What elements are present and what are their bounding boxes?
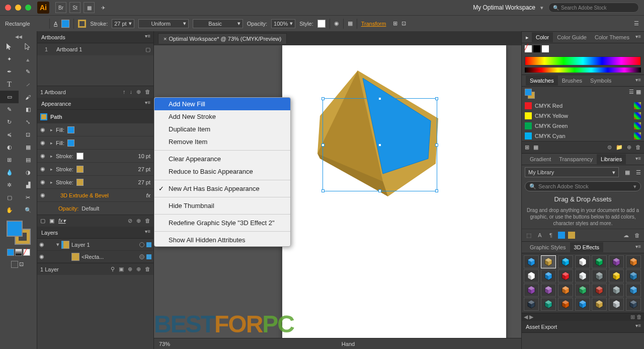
style-thumbnail[interactable] [592,298,607,311]
lib-delete-icon[interactable]: 🗑 [633,231,641,239]
rotate-tool[interactable]: ↻ [0,116,19,128]
style-thumbnail[interactable] [541,298,556,311]
list-view-icon[interactable]: ☰ [629,89,634,99]
black-swatch[interactable] [533,45,540,52]
locate-icon[interactable]: ⚲ [111,266,115,272]
normal-screen-button[interactable] [11,261,18,268]
context-menu-item[interactable]: Hide Thumbnail [154,199,290,212]
lib-add-stroke-icon[interactable] [568,232,575,239]
target-icon[interactable] [139,242,144,247]
eraser-tool[interactable]: ◧ [19,103,37,116]
tab-graphic-styles[interactable]: Graphic Styles [526,242,570,252]
panel-menu-icon[interactable]: ▾≡ [635,34,641,39]
layer-row[interactable]: ◉ <Recta... [37,251,153,263]
swatch-item[interactable]: CMYK Cyan [522,131,644,141]
style-thumbnail[interactable] [541,284,556,297]
layer-row[interactable]: ◉ ▾ Layer 1 [37,239,153,251]
style-thumbnail[interactable] [575,269,590,283]
panel-menu-icon[interactable]: ▾≡ [635,323,641,328]
duplicate-icon[interactable]: ⊕ [136,218,141,224]
visibility-icon[interactable]: ◉ [40,153,47,160]
zoom-tool[interactable]: 🔍 [19,204,37,217]
style-thumbnail[interactable] [626,298,641,311]
style-thumbnail[interactable] [609,255,624,268]
fill-swatch[interactable] [61,20,69,28]
align-icon[interactable]: ▦ [348,20,353,27]
attr-swatch[interactable] [67,139,74,147]
gpu-icon[interactable]: ✈ [98,2,109,13]
tab-transparency[interactable]: Transparency [555,154,597,164]
blend-tool[interactable]: ◑ [19,166,37,179]
tab-gradient[interactable]: Gradient [526,154,555,164]
minimize-window-button[interactable] [15,5,21,11]
style-thumbnail[interactable] [575,298,590,311]
panel-menu-icon[interactable]: ▾≡ [145,100,150,105]
color-spectrum-dark[interactable] [525,67,641,73]
slice-tool[interactable]: ✂ [19,191,37,204]
style-thumbnail[interactable] [541,269,556,283]
stock-search-input[interactable]: 🔍 Search Adobe Stock [548,3,639,13]
visibility-icon[interactable]: ◉ [40,126,47,133]
delete-icon[interactable]: 🗑 [145,218,150,224]
style-thumbnail[interactable] [575,255,590,268]
style-thumbnail[interactable] [558,284,573,297]
tab-color-themes[interactable]: Color Themes [591,32,633,42]
clip-icon[interactable]: ⊡ [401,20,406,27]
visibility-icon[interactable]: ◉ [40,192,47,199]
workspace-switcher[interactable]: My Optimal Workspace [473,4,535,11]
context-menu-item[interactable]: Add New Stroke [154,110,290,123]
context-menu-item[interactable]: Remove Item [154,135,290,148]
color-panel-collapse[interactable]: ▸ [526,34,532,41]
expand-icon[interactable]: ▾ [56,241,59,248]
panel-menu-icon[interactable]: ▾≡ [635,156,641,161]
styles-scrollbar[interactable]: ◀ ▶ ⊞ 🗑 [522,313,644,321]
text-icon[interactable]: A [54,21,57,27]
appearance-effect-row[interactable]: ◉ 3D Extrude & Bevel fx [37,188,153,201]
panel-menu-icon[interactable]: ▾≡ [635,77,641,83]
style-thumbnail[interactable] [626,284,641,297]
add-effect-icon[interactable]: fx▾ [58,218,66,224]
line-tool[interactable]: ⟋ [19,78,37,91]
new-sublayer-icon[interactable]: ⊕ [128,266,132,272]
graph-tool[interactable]: ▟ [19,179,37,191]
style-thumbnail[interactable] [626,255,641,268]
selection-tool[interactable] [0,40,19,53]
style-thumbnail[interactable] [609,298,624,311]
panel-menu-icon[interactable]: ▾≡ [635,244,641,249]
none-color-swatch[interactable]: ╱ [525,45,532,52]
tab-symbols[interactable]: Symbols [586,76,615,86]
hand-tool[interactable]: ✋ [0,204,19,217]
swatch-menu-icon[interactable]: ▦ [533,144,538,151]
clear-icon[interactable]: ⊘ [128,218,132,224]
new-layer-icon[interactable]: ⊕ [136,266,141,272]
gradient-mode-button[interactable] [15,249,22,256]
grid-view-icon[interactable]: ▦ [636,89,641,99]
visibility-icon[interactable]: ◉ [39,241,46,248]
expand-icon[interactable]: ▸ [50,141,53,146]
none-mode-button[interactable]: ╱ [23,249,30,256]
recolor-icon[interactable]: ◉ [334,20,339,27]
lib-list-icon[interactable]: ☰ [633,169,644,176]
style-thumbnail[interactable] [524,284,539,297]
graphic-style-dropdown[interactable] [317,20,326,28]
new-fill-icon[interactable]: ▢ [40,218,45,224]
shaper-tool[interactable]: ✎ [0,103,19,116]
lib-cloud-icon[interactable]: ☁ [622,231,630,239]
lib-add-graphic-icon[interactable]: ⬚ [525,231,533,239]
close-tab-icon[interactable]: × [164,36,167,42]
isolate-icon[interactable]: ⊞ [393,20,397,27]
visibility-icon[interactable]: ◉ [40,179,47,186]
move-down-icon[interactable]: ↓ [130,89,133,95]
appearance-opacity-row[interactable]: Opacity: Default [37,201,153,215]
3d-shape[interactable] [317,71,448,212]
context-menu-item[interactable]: Clear Appearance [154,153,290,165]
artboard-tool[interactable]: ▢ [0,191,19,204]
style-thumbnail[interactable] [609,269,624,283]
library-search[interactable]: 🔍Search Adobe Stock▾ [525,181,641,191]
appearance-row[interactable]: ◉ ▸ Stroke: 27 pt [37,162,153,175]
maximize-window-button[interactable] [25,5,31,11]
tab-color-guide[interactable]: Color Guide [553,32,591,42]
bridge-icon[interactable]: Br [55,2,66,13]
opacity-input[interactable]: 100%▾ [271,19,295,28]
swatch-item[interactable]: CMYK Green [522,121,644,131]
